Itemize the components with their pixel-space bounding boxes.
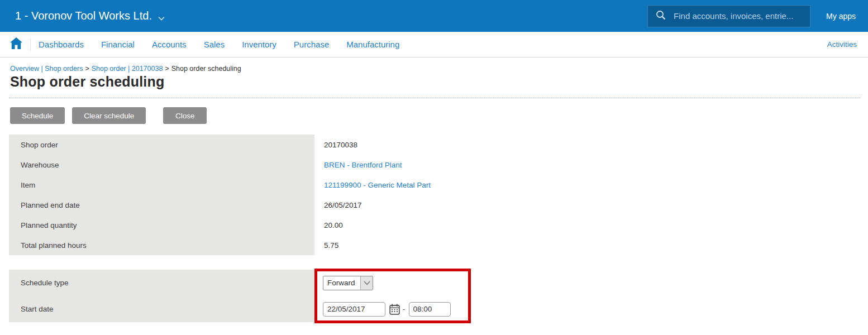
chevron-down-icon [158,11,165,23]
my-apps-button[interactable]: My apps [826,12,856,21]
close-button[interactable]: Close [163,107,207,124]
breadcrumb-link-shop-orders[interactable]: Overview | Shop orders [10,65,83,73]
search-placeholder: Find accounts, invoices, entrie... [674,11,793,21]
nav-item-dashboards[interactable]: Dashboards [39,40,84,49]
schedule-button[interactable]: Schedule [10,107,65,124]
global-search-box[interactable]: Find accounts, invoices, entrie... [647,5,810,27]
detail-row-planned-end-date: Planned end date 26/05/2017 [9,195,868,215]
nav-item-purchase[interactable]: Purchase [294,40,329,49]
nav-item-activities[interactable]: Activities [827,40,857,49]
breadcrumb-separator: > [165,65,169,73]
toolbar: Schedule Clear schedule Close [10,107,868,124]
clear-schedule-button[interactable]: Clear schedule [72,107,146,124]
nav-divider [30,39,31,51]
detail-row-item: Item 121199900 - Generic Metal Part [9,175,868,195]
breadcrumb-current: Shop order scheduling [171,65,241,73]
start-date-input[interactable] [323,302,385,317]
schedule-type-selected-value: Forward [323,279,360,287]
start-date-label: Start date [9,296,314,322]
page-title: Shop order scheduling [10,74,868,90]
planned-end-date-value: 26/05/2017 [324,201,362,209]
nav-item-financial[interactable]: Financial [101,40,135,49]
calendar-icon[interactable] [389,304,400,315]
nav-item-inventory[interactable]: Inventory [242,40,276,49]
warehouse-link[interactable]: BREN - Brentford Plant [324,161,402,169]
detail-label: Planned end date [9,195,314,215]
chevron-down-icon [360,276,373,290]
company-name: 1 - Voronov Tool Works Ltd. [15,9,152,22]
company-selector[interactable]: 1 - Voronov Tool Works Ltd. [15,9,165,23]
breadcrumb: Overview | Shop orders>Shop order | 2017… [10,65,868,73]
detail-row-planned-quantity: Planned quantity 20.00 [9,215,868,235]
breadcrumb-link-shop-order[interactable]: Shop order | 20170038 [92,65,163,73]
detail-row-total-planned-hours: Total planned hours 5.75 [9,235,868,255]
detail-label: Item [9,175,314,195]
breadcrumb-separator: > [85,65,89,73]
nav-item-sales[interactable]: Sales [204,40,225,49]
schedule-form: Schedule type Forward Start date [9,270,868,322]
home-icon [10,37,22,51]
schedule-type-label: Schedule type [9,270,314,296]
schedule-type-row: Schedule type Forward [9,270,868,296]
top-bar: 1 - Voronov Tool Works Ltd. Find account… [0,0,868,32]
start-time-input[interactable] [409,302,451,317]
schedule-type-select[interactable]: Forward [323,276,373,290]
start-date-row: Start date - [9,296,868,322]
nav-item-manufacturing[interactable]: Manufacturing [346,40,399,49]
home-button[interactable] [10,37,22,51]
dotted-divider [9,98,860,98]
total-planned-hours-value: 5.75 [324,241,338,250]
date-time-separator: - [403,305,406,313]
planned-quantity-value: 20.00 [324,221,343,229]
detail-label: Warehouse [9,155,314,175]
detail-row-warehouse: Warehouse BREN - Brentford Plant [9,155,868,175]
detail-label: Planned quantity [9,215,314,235]
detail-label: Shop order [9,135,314,155]
nav-item-accounts[interactable]: Accounts [152,40,187,49]
detail-row-shop-order: Shop order 20170038 [9,135,868,155]
main-nav: Dashboards Financial Accounts Sales Inve… [0,32,868,58]
shop-order-details: Shop order 20170038 Warehouse BREN - Bre… [9,135,868,255]
detail-label: Total planned hours [9,235,314,255]
shop-order-value: 20170038 [324,141,357,149]
item-link[interactable]: 121199900 - Generic Metal Part [324,181,431,189]
search-icon [656,10,666,22]
